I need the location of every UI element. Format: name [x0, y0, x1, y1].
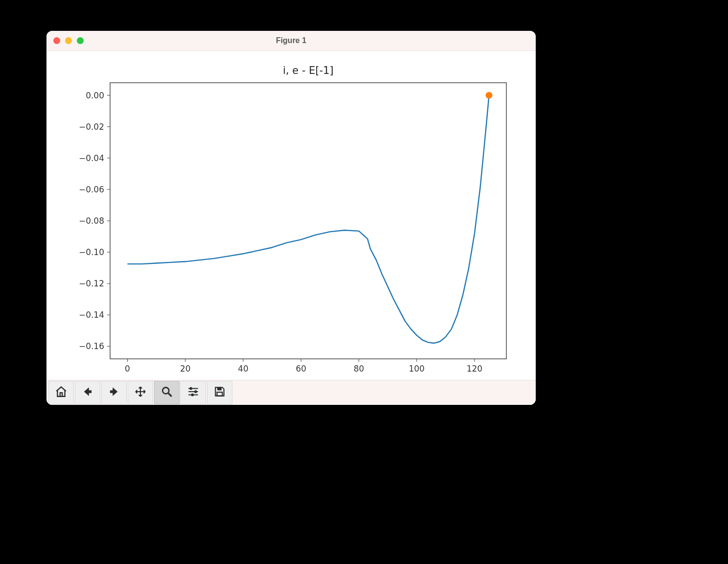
svg-rect-22	[217, 392, 223, 396]
ytick-label: −0.08	[79, 216, 104, 226]
chart-canvas: i, e - E[-1]0204060801001200.00−0.02−0.0…	[46, 51, 536, 381]
svg-rect-19	[190, 387, 192, 389]
svg-rect-20	[195, 391, 196, 393]
pan-button[interactable]	[128, 381, 153, 404]
xtick-label: 60	[296, 364, 306, 374]
titlebar: Figure 1	[46, 31, 536, 51]
ytick-label: −0.06	[79, 185, 104, 194]
window-title: Figure 1	[46, 36, 536, 45]
plot-area[interactable]: i, e - E[-1]0204060801001200.00−0.02−0.0…	[46, 51, 536, 380]
ytick-label: −0.12	[79, 279, 104, 288]
maximize-button[interactable]	[77, 37, 84, 44]
window-controls	[53, 37, 84, 44]
zoom-icon	[160, 385, 173, 400]
forward-button[interactable]	[101, 381, 127, 404]
arrow-right-icon	[108, 385, 120, 400]
back-button[interactable]	[75, 381, 100, 404]
close-button[interactable]	[53, 37, 60, 44]
axes-spine	[110, 83, 506, 359]
sliders-icon	[187, 385, 200, 400]
ytick-label: −0.14	[79, 310, 104, 320]
arrow-left-icon	[81, 385, 94, 400]
save-icon	[213, 385, 226, 400]
xtick-label: 40	[238, 364, 249, 374]
svg-point-18	[162, 387, 169, 394]
ytick-label: −0.10	[79, 247, 104, 257]
save-button[interactable]	[207, 381, 232, 404]
xtick-label: 0	[125, 364, 130, 374]
chart-title: i, e - E[-1]	[283, 65, 334, 76]
ytick-label: −0.02	[79, 122, 104, 132]
home-button[interactable]	[48, 381, 74, 404]
home-icon	[55, 385, 68, 400]
scatter-point	[486, 92, 493, 99]
svg-rect-21	[192, 394, 193, 396]
minimize-button[interactable]	[65, 37, 72, 44]
matplotlib-toolbar	[46, 380, 536, 405]
svg-rect-23	[218, 387, 222, 390]
move-icon	[134, 385, 147, 400]
zoom-button[interactable]	[154, 381, 180, 404]
svg-rect-17	[110, 391, 114, 393]
xtick-label: 80	[354, 364, 364, 374]
ytick-label: −0.04	[79, 153, 104, 163]
figure-window: Figure 1 i, e - E[-1]0204060801001200.00…	[46, 31, 536, 405]
ytick-label: −0.16	[79, 341, 104, 351]
line-series	[127, 95, 489, 343]
xtick-label: 100	[409, 364, 424, 374]
ytick-label: 0.00	[86, 91, 104, 100]
svg-rect-16	[88, 391, 91, 393]
configure-button[interactable]	[181, 381, 206, 404]
xtick-label: 20	[180, 364, 191, 374]
xtick-label: 120	[467, 364, 482, 374]
